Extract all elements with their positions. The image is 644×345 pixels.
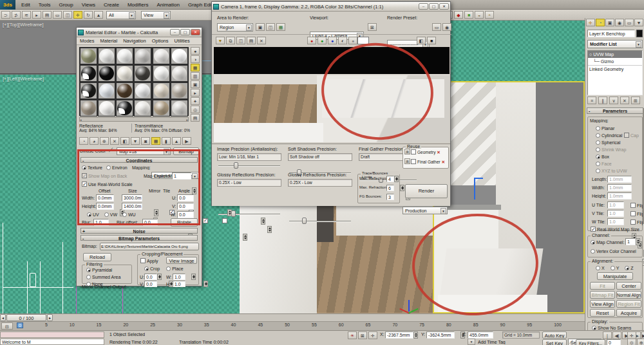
mapping-radio-4[interactable]: Box (596, 153, 642, 160)
add-time-tag[interactable]: Add Time Tag (478, 340, 506, 344)
bitmap-path-button[interactable]: E:\DKA\Library\Textures\Marble\Calacatta… (100, 243, 199, 250)
alpha-channel-icon[interactable]: ● (348, 37, 357, 44)
blue-channel-icon[interactable]: ● (328, 37, 337, 44)
sample-type-icon[interactable]: ● (191, 47, 200, 55)
viewport-left-label[interactable]: [+][Left][Wireframe] (3, 76, 44, 82)
material-id-icon[interactable]: ◙ (141, 137, 150, 145)
clone-window-icon[interactable]: ◫ (236, 37, 245, 44)
sample-slot-8[interactable] (116, 65, 133, 82)
max-reflections-spinner[interactable] (394, 176, 399, 182)
me-menu-4[interactable]: Utilities (175, 38, 190, 44)
v-flip-checkbox[interactable]: Flip (630, 210, 644, 218)
me-menu-1[interactable]: Material (100, 38, 118, 44)
open-minitrack-icon[interactable]: ⊟ (1, 322, 13, 330)
maximize-button[interactable]: ▢ (180, 29, 190, 35)
sample-slot-17[interactable] (171, 82, 188, 99)
delete-fg-icon[interactable]: ✕ (442, 160, 445, 164)
menu-item-5[interactable]: Modifiers (128, 2, 148, 8)
toggle-ui-icon[interactable]: ◧ (417, 37, 426, 44)
sample-slot-16[interactable] (153, 82, 170, 99)
maxscript-mini-listener[interactable] (0, 331, 104, 338)
selection-filter-dropdown[interactable]: All (106, 11, 136, 19)
tick-1[interactable]: 5 (45, 322, 48, 328)
sample-slot-2[interactable] (116, 48, 133, 64)
sample-slot-3[interactable] (134, 48, 151, 64)
map-channel-radio[interactable]: Map Channel: (591, 239, 625, 246)
video-color-check-icon[interactable]: ▣ (191, 80, 200, 88)
w-tile-field[interactable]: 1.0 (607, 218, 624, 225)
sample-tiling-icon[interactable]: ▥ (191, 72, 200, 80)
render-window-titlebar[interactable]: Camera 1, frame 0, Display Gamma: 2.2, R… (212, 2, 450, 12)
selection-lock-icon[interactable]: ⊠ (358, 331, 367, 339)
tick-9[interactable]: 45 (258, 322, 263, 328)
crop-place-radio-0[interactable]: Crop (144, 265, 160, 272)
tab-display[interactable]: ▭ (625, 19, 634, 26)
go-forward-icon[interactable]: ▶ (182, 137, 191, 145)
sample-slot-4[interactable] (153, 48, 170, 64)
go-start-icon[interactable]: |◀◀ (603, 331, 612, 339)
time-slider-grip[interactable]: 0 / 100 (6, 314, 46, 321)
display-radio-0[interactable]: Show No Seams (592, 324, 642, 330)
clear-icon[interactable]: ✕ (257, 37, 266, 44)
filter-radio-1[interactable]: Summed Area (86, 274, 131, 281)
length-field[interactable]: 1.0mm (607, 176, 632, 183)
lock-viewport-icon[interactable]: ⊠ (368, 23, 377, 31)
tick-8[interactable]: 40 (231, 322, 236, 328)
render-setup-icon[interactable]: ▭ (432, 23, 441, 31)
show-end-result-icon[interactable]: ∥ (598, 97, 607, 104)
x-coordinate-field[interactable]: -2367.5mm (385, 331, 413, 339)
fg-bounces-field[interactable]: 3 (386, 194, 394, 200)
filter-radio-0[interactable]: Pyramidal (86, 266, 131, 274)
put-material-icon[interactable]: ◕ (90, 137, 99, 145)
auto-select-icon[interactable]: ▦ (276, 23, 285, 31)
settings-icon[interactable]: ◉ (442, 23, 451, 31)
sample-slot-0[interactable] (80, 48, 97, 64)
axis-radio-2[interactable]: Z (625, 265, 633, 272)
ref-coord-dropdown[interactable]: View (141, 11, 171, 19)
parameters-rollout[interactable]: -Parameters (587, 107, 643, 114)
material-editor-titlebar[interactable]: Material Editor - Marble - Calcutta – ▢ … (77, 28, 202, 37)
configure-sets-icon[interactable]: ⊞ (631, 97, 640, 104)
close-button[interactable]: ✕ (439, 3, 449, 10)
crop-w-field[interactable]: 1.0 (173, 274, 185, 280)
sample-slot-11[interactable] (171, 65, 188, 82)
restore-button[interactable]: ▢ (429, 3, 439, 10)
select-by-name-icon[interactable]: ▤ (43, 11, 52, 19)
reuse-geometry-checkbox[interactable] (411, 149, 416, 154)
menu-item-6[interactable]: Animation (156, 2, 180, 8)
render-production-icon[interactable]: ◒ (475, 11, 484, 19)
layout-icon[interactable]: ■ (427, 37, 436, 44)
key-filters-button[interactable]: Key Filters... (576, 339, 605, 345)
layer-color-swatch[interactable] (636, 30, 643, 37)
view-image-button[interactable]: View Image (166, 257, 197, 264)
move-icon[interactable]: ✛ (73, 11, 82, 19)
stack-item-uvw-map[interactable]: ○ UVW Map (588, 51, 642, 58)
sample-slot-23[interactable] (171, 100, 188, 117)
tick-6[interactable]: 30 (177, 322, 182, 328)
make-preview-icon[interactable]: ▸ (191, 89, 200, 97)
show-end-result-icon[interactable]: ▮ (162, 137, 171, 145)
activeshade-icon[interactable]: ■ (464, 11, 473, 19)
auto-key-button[interactable]: Auto Key (542, 331, 567, 339)
sample-slot-19[interactable] (98, 100, 115, 117)
tick-4[interactable]: 20 (123, 322, 128, 328)
render-button[interactable]: Render (405, 184, 448, 198)
tick-19[interactable]: 95 (527, 322, 532, 328)
close-button[interactable]: ✕ (191, 29, 200, 35)
apply-checkbox[interactable]: Apply (140, 257, 158, 265)
select-by-material-icon[interactable]: ◎ (191, 106, 200, 113)
sample-slot-6[interactable] (80, 65, 97, 82)
current-frame-field[interactable]: 0 (607, 339, 621, 345)
height-mirror-checkbox[interactable] (203, 218, 208, 223)
tab-motion[interactable]: ◉ (615, 19, 624, 26)
axis-radio-0[interactable]: X (596, 265, 605, 272)
v-angle-spinner[interactable] (261, 218, 265, 225)
lock-geometry-icon[interactable]: ⊠ (404, 149, 410, 154)
max-refractions-field[interactable]: 6 (386, 185, 394, 191)
v-tile-field[interactable]: 1.0 (607, 210, 624, 217)
tick-15[interactable]: 75 (419, 322, 424, 328)
edit-region-icon[interactable]: ▣ (256, 23, 265, 31)
manipulate-button[interactable]: Manipulate (597, 272, 633, 280)
sample-slot-1[interactable] (98, 48, 115, 64)
noise-rollout[interactable]: +Noise (80, 228, 198, 234)
